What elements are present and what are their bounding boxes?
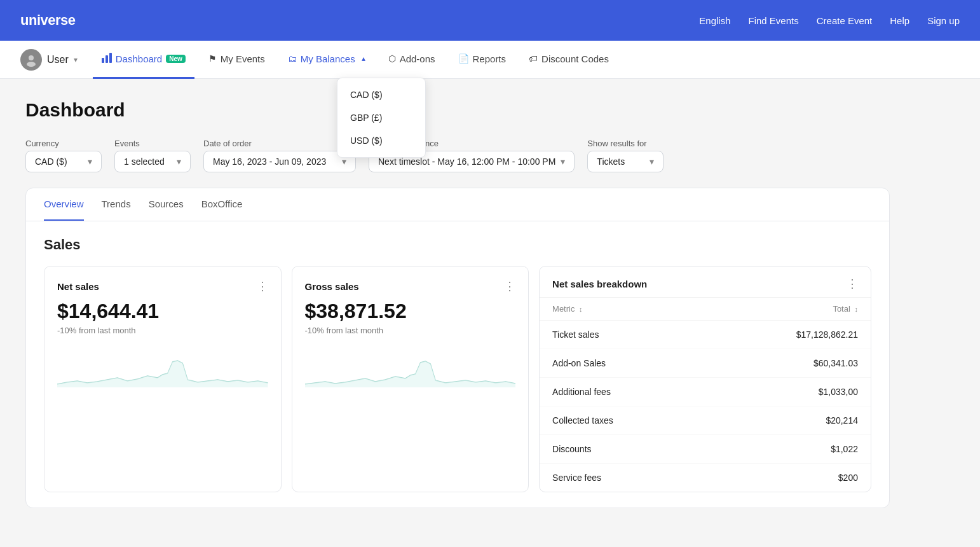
sales-section: Sales Net sales ⋮ $14,644.41 -10% from l… [26, 221, 889, 508]
svg-rect-4 [109, 53, 112, 63]
breakdown-total: $60,341.03 [813, 358, 858, 368]
tabs-row: Overview Trends Sources BoxOffice [26, 188, 889, 221]
total-sort-icon[interactable]: ↕ [854, 305, 858, 313]
show-results-chevron-icon: ▾ [650, 156, 654, 167]
currency-select[interactable]: CAD ($) ▾ [25, 151, 102, 172]
breakdown-metric: Collected taxes [552, 415, 613, 426]
tab-trends[interactable]: Trends [102, 188, 131, 221]
net-sales-change: -10% from last month [57, 326, 268, 335]
discount-codes-icon: 🏷 [529, 53, 538, 64]
tab-sources[interactable]: Sources [149, 188, 184, 221]
breakdown-title: Net sales breakdown [552, 279, 647, 289]
nav-add-ons[interactable]: ⬡ Add-ons [379, 41, 444, 79]
user-label: User [47, 54, 69, 66]
my-balances-label: My Balances [301, 53, 355, 64]
main-content: Dashboard Currency CAD ($) ▾ Events 1 se… [0, 79, 915, 529]
sign-up-link[interactable]: Sign up [927, 15, 960, 26]
net-sales-menu-icon[interactable]: ⋮ [257, 279, 268, 293]
breakdown-row: Ticket sales$17,128,862.21 [540, 321, 871, 349]
net-sales-sparkline [57, 343, 268, 387]
logo: universe [20, 12, 76, 29]
my-events-icon: ⚑ [208, 53, 217, 64]
breakdown-metric: Additional fees [552, 387, 611, 397]
date-order-label: Date of order [203, 139, 356, 148]
net-sales-card: Net sales ⋮ $14,644.41 -10% from last mo… [44, 266, 282, 492]
dashboard-card: Overview Trends Sources BoxOffice Sales … [25, 188, 890, 508]
date-order-value: May 16, 2023 - Jun 09, 2023 [213, 156, 326, 167]
breakdown-total: $200 [838, 473, 858, 483]
currency-chevron-icon: ▾ [88, 156, 92, 167]
breakdown-metric: Service fees [552, 473, 601, 483]
help-link[interactable]: Help [890, 15, 909, 26]
page-title: Dashboard [25, 99, 890, 121]
events-filter: Events 1 selected ▾ [114, 139, 191, 172]
create-event-link[interactable]: Create Event [817, 15, 873, 26]
breakdown-metric: Add-on Sales [552, 358, 606, 368]
find-events-link[interactable]: Find Events [749, 15, 799, 26]
top-nav: universe English Find Events Create Even… [0, 0, 980, 41]
breakdown-metric: Discounts [552, 444, 591, 454]
reports-icon: 📄 [458, 53, 469, 64]
user-chevron[interactable]: ▾ [74, 55, 78, 64]
gross-sales-change: -10% from last month [305, 326, 516, 335]
dashboard-label: Dashboard [116, 53, 162, 64]
balance-cad[interactable]: CAD ($) [337, 83, 425, 106]
breakdown-total: $17,128,862.21 [796, 329, 858, 340]
my-balances-chevron-icon: ▴ [362, 54, 365, 63]
show-results-select[interactable]: Tickets ▾ [587, 151, 664, 172]
events-value: 1 selected [124, 156, 165, 167]
secondary-nav: User ▾ Dashboard New ⚑ My Events 🗂 My Ba… [0, 41, 980, 79]
my-balances-icon: 🗂 [288, 53, 297, 64]
my-events-label: My Events [221, 53, 265, 64]
balance-usd[interactable]: USD ($) [337, 129, 425, 152]
breakdown-row: Collected taxes$20,214 [540, 406, 871, 435]
sales-title: Sales [44, 237, 871, 253]
svg-point-1 [27, 62, 36, 67]
events-chevron-icon: ▾ [177, 156, 181, 167]
dashboard-icon [102, 53, 112, 65]
breakdown-row: Additional fees$1,033,00 [540, 378, 871, 406]
date-order-select[interactable]: May 16, 2023 - Jun 09, 2023 ▾ [203, 151, 356, 172]
net-sales-value: $14,644.41 [57, 300, 268, 323]
net-sales-title: Net sales [57, 281, 99, 292]
breakdown-row: Service fees$200 [540, 464, 871, 492]
breakdown-menu-icon[interactable]: ⋮ [847, 277, 858, 291]
add-ons-icon: ⬡ [388, 53, 396, 64]
nav-reports[interactable]: 📄 Reports [449, 41, 515, 79]
breakdown-col-metric: Metric ↕ [552, 304, 583, 314]
tab-boxoffice[interactable]: BoxOffice [201, 188, 243, 221]
avatar [20, 49, 42, 71]
reports-label: Reports [473, 53, 507, 64]
svg-rect-2 [102, 58, 104, 63]
language-selector[interactable]: English [699, 15, 730, 26]
breakdown-total: $1,033,00 [819, 387, 858, 397]
svg-marker-6 [305, 361, 516, 387]
discount-codes-label: Discount Codes [541, 53, 609, 64]
nav-my-events[interactable]: ⚑ My Events [200, 41, 274, 79]
currency-value: CAD ($) [35, 156, 67, 167]
show-results-value: Tickets [597, 156, 625, 167]
date-order-filter: Date of order May 16, 2023 - Jun 09, 202… [203, 139, 356, 172]
balance-gbp[interactable]: GBP (£) [337, 106, 425, 129]
breakdown-col-header: Metric ↕ Total ↕ [540, 298, 871, 321]
tab-overview[interactable]: Overview [44, 188, 84, 221]
svg-marker-5 [57, 361, 268, 387]
nav-my-balances[interactable]: 🗂 My Balances ▴ [279, 41, 374, 79]
nav-discount-codes[interactable]: 🏷 Discount Codes [520, 41, 618, 79]
events-select[interactable]: 1 selected ▾ [114, 151, 191, 172]
net-sales-header: Net sales ⋮ [57, 279, 268, 293]
nav-dashboard[interactable]: Dashboard New [93, 41, 194, 79]
breakdown-table: Ticket sales$17,128,862.21Add-on Sales$6… [540, 321, 871, 492]
svg-rect-3 [105, 55, 108, 63]
dashboard-new-badge: New [166, 55, 186, 63]
breakdown-total: $20,214 [826, 415, 858, 426]
user-badge[interactable]: User ▾ [20, 49, 78, 71]
breakdown-header: Net sales breakdown ⋮ [540, 267, 871, 298]
gross-sales-menu-icon[interactable]: ⋮ [504, 279, 515, 293]
add-ons-label: Add-ons [400, 53, 435, 64]
svg-point-0 [29, 55, 34, 60]
metric-sort-icon[interactable]: ↕ [579, 305, 583, 313]
show-results-filter: Show results for Tickets ▾ [587, 139, 664, 172]
events-label: Events [114, 139, 191, 148]
gross-sales-title: Gross sales [305, 281, 359, 292]
